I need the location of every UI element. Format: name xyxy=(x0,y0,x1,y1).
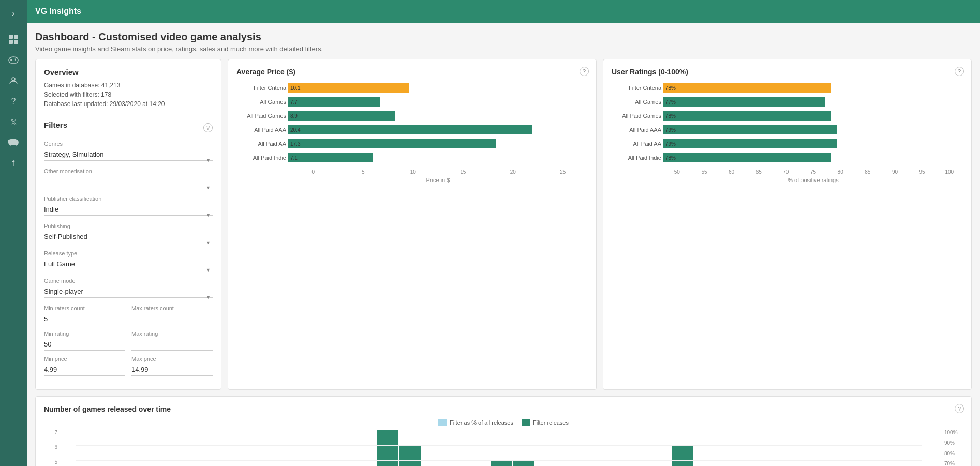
ts-bar-group xyxy=(445,430,467,466)
svg-rect-0 xyxy=(9,35,13,39)
svg-rect-3 xyxy=(14,40,18,44)
game-mode-select[interactable]: Single-player xyxy=(44,285,213,298)
game-mode-wrapper: Single-player xyxy=(44,285,213,298)
nav-collapse-icon[interactable]: › xyxy=(4,4,23,23)
ts-bar-group xyxy=(672,430,693,466)
max-price-input[interactable] xyxy=(131,364,213,376)
min-raters-label: Min raters count xyxy=(44,305,125,311)
bar-value: 8.9 xyxy=(290,113,298,119)
publisher-class-select[interactable]: Indie xyxy=(44,203,213,216)
publisher-class-wrapper: Indie xyxy=(44,203,213,216)
max-raters-group: Max raters count xyxy=(131,305,213,325)
filters-help-icon[interactable]: ? xyxy=(203,123,213,132)
ts-bar-group xyxy=(830,430,852,466)
max-rating-label: Max rating xyxy=(131,330,213,337)
release-type-select[interactable]: Full Game xyxy=(44,258,213,270)
chart-row: 76543210100%90%80%70%60%50%40%30%20%10%0… xyxy=(44,430,963,466)
ts-bar-group xyxy=(377,430,399,466)
timeseries-wrapper: 76543210100%90%80%70%60%50%40%30%20%10%0… xyxy=(44,430,963,466)
publishing-select[interactable]: Self-Published xyxy=(44,231,213,243)
genres-label: Genres xyxy=(44,141,213,147)
bar-value: 10.1 xyxy=(290,85,300,91)
left-nav: › ? 𝕏 f xyxy=(0,0,27,466)
overview-title: Overview xyxy=(44,68,213,77)
bar: 77% xyxy=(663,97,825,107)
max-rating-group: Max rating xyxy=(131,330,213,351)
avg-price-help-icon[interactable]: ? xyxy=(580,67,589,76)
ts-bar-group xyxy=(694,430,716,466)
bar-container: 8.9 xyxy=(288,111,588,121)
axis-title: Price in $ xyxy=(288,177,588,183)
bar-container: 17.3 xyxy=(288,139,588,148)
publisher-class-label: Publisher classification xyxy=(44,196,213,202)
nav-twitter-icon[interactable]: 𝕏 xyxy=(4,113,23,131)
ts-bar xyxy=(672,445,693,466)
other-monetisation-label: Other monetisation xyxy=(44,168,213,174)
ts-bar-group xyxy=(309,430,331,466)
axis-label: 65 xyxy=(745,169,773,175)
axis-label: 25 xyxy=(538,169,588,175)
legend-filter-releases-label: Filter releases xyxy=(533,419,569,426)
last-updated: Database last updated: 29/03/2020 at 14:… xyxy=(44,100,213,108)
bar-value: 79% xyxy=(665,141,676,147)
min-price-label: Min price xyxy=(44,356,125,362)
bars-area xyxy=(60,430,942,466)
bar-row: All Paid Games8.9 xyxy=(288,110,588,122)
nav-user-icon[interactable] xyxy=(4,71,23,90)
bar-row: All Games7.7 xyxy=(288,96,588,108)
axis-label: 20 xyxy=(488,169,538,175)
page-title: Dashboard - Customised video game analys… xyxy=(35,31,972,43)
ts-bar-group xyxy=(151,430,172,466)
axis-label: 100 xyxy=(936,169,963,175)
min-rating-input[interactable] xyxy=(44,338,125,351)
other-monetisation-wrapper xyxy=(44,176,213,188)
bar: 17.3 xyxy=(288,139,496,148)
overview-divider xyxy=(44,114,213,114)
y-axis-label: 5 xyxy=(54,459,57,465)
bar: 78% xyxy=(663,111,831,121)
other-monetisation-select[interactable] xyxy=(44,176,213,188)
genres-select[interactable]: Strategy, Simulation xyxy=(44,148,213,161)
user-ratings-help-icon[interactable]: ? xyxy=(955,67,964,76)
selected-filters: Selected with filters: 178 xyxy=(44,91,213,98)
axis-label: 75 xyxy=(799,169,827,175)
nav-dashboard-icon[interactable] xyxy=(4,30,23,49)
min-rating-label: Min rating xyxy=(44,330,125,337)
max-raters-label: Max raters count xyxy=(131,305,213,311)
svg-rect-1 xyxy=(14,35,18,39)
min-price-input[interactable] xyxy=(44,364,125,376)
bar-row: Filter Criteria10.1 xyxy=(288,82,588,94)
bar-label: All Paid AA xyxy=(612,141,661,147)
min-raters-input[interactable] xyxy=(44,313,125,325)
axis-label: 55 xyxy=(691,169,718,175)
axis-label: 70 xyxy=(773,169,800,175)
timeseries-help-icon[interactable]: ? xyxy=(955,404,964,413)
ts-bar-group xyxy=(603,430,625,466)
nav-discord-icon[interactable] xyxy=(4,133,23,152)
ts-bar-group xyxy=(241,430,263,466)
bar-label: All Paid Indie xyxy=(612,155,661,161)
bar-label: All Games xyxy=(236,99,286,105)
page-subtitle: Video game insights and Steam stats on p… xyxy=(35,45,972,53)
bar-row: All Paid Indie7.1 xyxy=(288,152,588,163)
bar-label: All Games xyxy=(612,99,661,105)
publishing-wrapper: Self-Published xyxy=(44,231,213,243)
bar-value: 77% xyxy=(665,99,676,105)
bar-container: 79% xyxy=(663,125,963,134)
nav-question-icon[interactable]: ? xyxy=(4,92,23,111)
release-type-wrapper: Full Game xyxy=(44,258,213,270)
bar: 7.1 xyxy=(288,153,373,162)
nav-facebook-icon[interactable]: f xyxy=(4,154,23,173)
nav-gamepad-icon[interactable] xyxy=(4,51,23,69)
max-raters-input[interactable] xyxy=(131,313,213,325)
axis-labels: 50556065707580859095100 xyxy=(663,169,963,175)
legend-box-blue xyxy=(438,419,447,426)
bar-container: 79% xyxy=(663,139,963,148)
ts-bar-group xyxy=(920,430,942,466)
ts-bar-group xyxy=(853,430,874,466)
ts-bar-group xyxy=(468,430,489,466)
y-axis-right-label: 90% xyxy=(944,440,955,446)
max-rating-input[interactable] xyxy=(131,338,213,351)
bar-value: 78% xyxy=(665,155,676,161)
bar-container: 7.7 xyxy=(288,97,588,107)
